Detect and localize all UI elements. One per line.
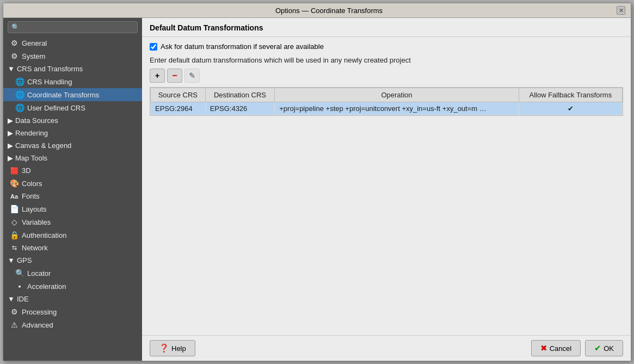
add-transform-button[interactable]: +	[150, 69, 165, 83]
sidebar-item-colors[interactable]: 🎨 Colors	[3, 177, 142, 190]
sidebar-item-label: Network	[22, 244, 48, 252]
sidebar-item-ide[interactable]: ▼ IDE	[3, 293, 142, 305]
remove-transform-button[interactable]: −	[167, 69, 182, 83]
sidebar: 🔍 ⚙ General ⚙ System ▼ CRS and Transform…	[3, 18, 142, 361]
sidebar-item-rendering[interactable]: ▶ Rendering	[3, 127, 142, 139]
sidebar-item-variables[interactable]: ◇ Variables	[3, 215, 142, 229]
advanced-icon: ⚠	[10, 320, 19, 329]
sidebar-item-authentication[interactable]: 🔒 Authentication	[3, 229, 142, 242]
sidebar-item-label: System	[22, 52, 45, 60]
coord-transforms-icon: 🌐	[15, 90, 24, 99]
sidebar-item-label: Data Sources	[15, 116, 58, 125]
sidebar-item-layouts[interactable]: 📄 Layouts	[3, 202, 142, 215]
sidebar-item-label: CRS Handling	[27, 78, 72, 86]
sidebar-item-3d[interactable]: 🟥 3D	[3, 164, 142, 177]
colors-icon: 🎨	[10, 179, 19, 188]
expand-icon: ▶	[8, 129, 13, 137]
sidebar-item-label: Map Tools	[15, 154, 47, 162]
fonts-icon: Aa	[10, 193, 19, 200]
main-panel: Default Datum Transformations Ask for da…	[142, 18, 631, 361]
sidebar-item-label: Variables	[22, 218, 51, 226]
cancel-button[interactable]: ✖ Cancel	[531, 340, 581, 356]
toolbar-row: + − ✎	[150, 69, 623, 83]
description-text: Enter default datum transformations whic…	[150, 56, 623, 64]
search-icon: 🔍	[11, 23, 20, 31]
sidebar-item-label: General	[22, 39, 47, 47]
expand-icon: ▼	[8, 65, 15, 73]
help-button[interactable]: ❓ Help	[150, 340, 195, 356]
col-source-crs: Source CRS	[151, 88, 206, 102]
sidebar-item-label: Processing	[22, 308, 57, 316]
sidebar-item-fonts[interactable]: Aa Fonts	[3, 190, 142, 202]
sidebar-item-network[interactable]: ⇆ Network	[3, 242, 142, 254]
sidebar-group-label: CRS and Transforms	[17, 65, 83, 73]
user-crs-icon: 🌐	[15, 103, 24, 112]
col-allow-fallback: Allow Fallback Transforms	[519, 88, 622, 102]
processing-icon: ⚙	[10, 307, 19, 316]
cancel-icon: ✖	[540, 343, 547, 353]
sidebar-item-locator[interactable]: 🔍 Locator	[3, 267, 142, 280]
sidebar-item-label: Acceleration	[27, 282, 66, 291]
cell-operation: +proj=pipeline +step +proj=unitconvert +…	[275, 102, 519, 115]
help-label: Help	[171, 344, 186, 353]
edit-transform-button[interactable]: ✎	[184, 69, 200, 83]
variables-icon: ◇	[10, 218, 19, 226]
sidebar-item-processing[interactable]: ⚙ Processing	[3, 305, 142, 318]
acceleration-icon: ▪	[15, 282, 24, 291]
expand-icon: ▶	[8, 154, 13, 162]
footer-right: ✖ Cancel ✔ OK	[531, 340, 623, 356]
close-button[interactable]: ✕	[617, 6, 625, 15]
sidebar-item-label: Locator	[27, 269, 51, 277]
sidebar-group-crs[interactable]: ▼ CRS and Transforms	[3, 63, 142, 75]
system-icon: ⚙	[10, 52, 19, 60]
main-window: Options — Coordinate Transforms ✕ 🔍 ⚙ Ge…	[3, 3, 631, 361]
sidebar-item-label: Fonts	[22, 192, 40, 200]
sidebar-item-label: Advanced	[22, 321, 53, 329]
table-container: Source CRS Destination CRS Operation All…	[150, 87, 623, 116]
cancel-label: Cancel	[550, 344, 571, 353]
footer: ❓ Help ✖ Cancel ✔ OK	[142, 335, 631, 361]
sidebar-item-label: GPS	[17, 256, 32, 264]
search-box[interactable]: 🔍	[8, 21, 138, 33]
sidebar-item-system[interactable]: ⚙ System	[3, 50, 142, 63]
sidebar-item-acceleration[interactable]: ▪ Acceleration	[3, 280, 142, 293]
ask-datum-label: Ask for datum transformation if several …	[161, 42, 324, 51]
layouts-icon: 📄	[10, 205, 19, 213]
col-dest-crs: Destination CRS	[205, 88, 275, 102]
sidebar-item-user-defined-crs[interactable]: 🌐 User Defined CRS	[3, 101, 142, 114]
window-title: Options — Coordinate Transforms	[41, 7, 617, 15]
sidebar-item-label: IDE	[17, 295, 29, 303]
ok-button[interactable]: ✔ OK	[585, 340, 623, 356]
help-icon: ❓	[159, 343, 169, 353]
locator-icon: 🔍	[15, 269, 24, 277]
general-icon: ⚙	[10, 39, 19, 47]
ok-label: OK	[604, 344, 614, 353]
sidebar-item-coordinate-transforms[interactable]: 🌐 Coordinate Transforms	[3, 88, 142, 101]
ask-datum-checkbox[interactable]	[150, 43, 157, 51]
expand-icon: ▼	[8, 256, 15, 264]
sidebar-item-label: Layouts	[22, 205, 47, 213]
table-row[interactable]: EPSG:2964 EPSG:4326 +proj=pipeline +step…	[151, 102, 623, 115]
expand-icon: ▶	[8, 141, 13, 150]
network-icon: ⇆	[10, 244, 19, 251]
sidebar-item-advanced[interactable]: ⚠ Advanced	[3, 318, 142, 331]
expand-icon: ▶	[8, 116, 13, 125]
sidebar-item-general[interactable]: ⚙ General	[3, 36, 142, 50]
expand-icon: ▼	[8, 295, 15, 303]
sidebar-item-label: Rendering	[15, 129, 48, 137]
sidebar-item-canvas-legend[interactable]: ▶ Canvas & Legend	[3, 139, 142, 152]
sidebar-item-crs-handling[interactable]: 🌐 CRS Handling	[3, 75, 142, 88]
sidebar-item-map-tools[interactable]: ▶ Map Tools	[3, 152, 142, 164]
ok-icon: ✔	[594, 343, 601, 353]
sidebar-item-label: Coordinate Transforms	[27, 91, 99, 99]
content-area: 🔍 ⚙ General ⚙ System ▼ CRS and Transform…	[3, 18, 631, 361]
3d-icon: 🟥	[10, 167, 19, 175]
sidebar-item-label: 3D	[22, 166, 31, 175]
sidebar-item-label: User Defined CRS	[27, 104, 85, 112]
authentication-icon: 🔒	[10, 231, 19, 239]
sidebar-item-data-sources[interactable]: ▶ Data Sources	[3, 114, 142, 127]
titlebar: Options — Coordinate Transforms ✕	[3, 3, 631, 18]
sidebar-item-gps[interactable]: ▼ GPS	[3, 254, 142, 267]
search-input[interactable]	[22, 23, 134, 31]
panel-body: Ask for datum transformation if several …	[142, 37, 631, 335]
